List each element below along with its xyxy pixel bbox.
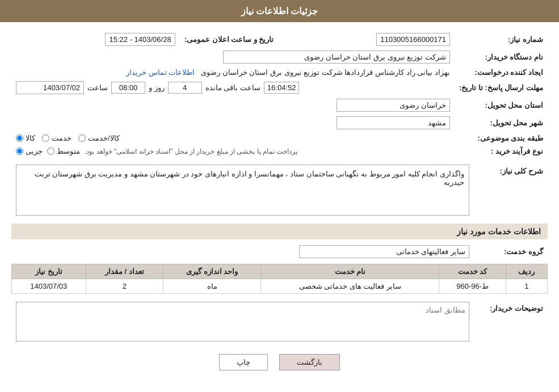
description-text: واگذاری انجام کلیه امور مربوط به نگهبانی… (35, 170, 464, 187)
col-service-name: نام خدمت (261, 264, 439, 279)
city-box: مشهد (337, 116, 450, 129)
need-number-label: شماره نیاز: (455, 31, 548, 48)
purchase-type-partial-option: جزیی (16, 147, 43, 155)
col-date: تاریخ نیاز (12, 264, 86, 279)
description-value-cell: واگذاری انجام کلیه امور مربوط به نگهبانی… (11, 162, 474, 218)
table-row: 1ط-96-960سایر فعالیت های خدماتی شخصیماه2… (12, 279, 548, 294)
service-group-table: گروه خدمت: سایر فعالیتهای خدماتی (11, 243, 548, 260)
category-label: طبقه بندی موضوعی: (455, 132, 548, 145)
print-button[interactable]: چاپ (219, 354, 268, 370)
service-group-label: گروه خدمت: (474, 243, 548, 260)
page-header: جزئیات اطلاعات نیاز (0, 0, 559, 22)
col-quantity: تعداد / مقدار (86, 264, 163, 279)
category-goods-radio[interactable] (16, 134, 23, 142)
province-box: خراسان رضوی (337, 99, 450, 112)
buyer-org-value: شرکت توزیع نیروی برق استان خراسان رضوی (11, 48, 455, 66)
col-unit: واحد اندازه گیری (163, 264, 261, 279)
deadline-remaining-label: ساعت باقی مانده (205, 83, 260, 92)
page-title: جزئیات اطلاعات نیاز (241, 6, 318, 16)
province-value: خراسان رضوی (11, 96, 455, 114)
purchase-type-medium-option: متوسط (47, 147, 80, 155)
service-group-value: سایر فعالیتهای خدماتی (11, 243, 474, 260)
deadline-days-box: 4 (168, 82, 202, 94)
purchase-type-medium-radio[interactable] (47, 147, 54, 155)
category-row: کالا/خدمت خدمت کالا (11, 132, 455, 145)
need-number-box: 1103005166000171 (376, 33, 450, 46)
back-button[interactable]: بازگشت (279, 354, 340, 370)
buyer-org-box: شرکت توزیع نیروی برق استان خراسان رضوی (223, 50, 450, 64)
province-label: استان محل تحویل: (455, 96, 548, 114)
description-box: واگذاری انجام کلیه امور مربوط به نگهبانی… (16, 165, 469, 216)
description-label: شرح کلی نیاز: (474, 162, 548, 218)
deadline-label: مهلت ارسال پاسخ: تا تاریخ: (455, 79, 548, 96)
service-group-box: سایر فعالیتهای خدماتی (299, 245, 469, 258)
category-service-option: خدمت (42, 134, 72, 142)
col-service-code: کد خدمت (439, 264, 506, 279)
category-goods-service-radio[interactable] (78, 134, 86, 142)
bottom-buttons: بازگشت چاپ (11, 354, 548, 370)
purchase-type-partial-radio[interactable] (16, 147, 23, 155)
deadline-date-box: 1403/07/02 (16, 81, 84, 94)
need-number-value: 1103005166000171 (278, 31, 454, 48)
city-label: شهر محل تحویل: (455, 114, 548, 132)
category-service-radio[interactable] (42, 134, 49, 142)
buyer-org-label: نام دستگاه خریدار: (455, 48, 548, 66)
deadline-time-label: ساعت (87, 83, 108, 92)
category-goods-option: کالا (16, 134, 35, 142)
requester-value: بهزاد بیانی راد کارشناس قراردادها شرکت ت… (11, 66, 455, 79)
announcement-datetime-label: تاریخ و ساعت اعلان عمومی: (180, 31, 279, 48)
requester-label: ایجاد کننده درخواست: (455, 66, 548, 79)
services-section-title: اطلاعات خدمات مورد نیاز (11, 224, 548, 239)
deadline-remaining-box: 16:04:52 (264, 82, 300, 94)
buyer-notes-table: توضیحات خریدار: (11, 300, 548, 345)
buyer-notes-label: توضیحات خریدار: (474, 300, 548, 345)
deadline-row: 16:04:52 ساعت باقی مانده 4 روز و 08:00 س… (11, 79, 455, 96)
purchase-type-label: نوع فرآیند خرید : (455, 145, 548, 158)
announcement-datetime-box: 1403/06/28 - 15:22 (105, 33, 175, 46)
services-table: ردیف کد خدمت نام خدمت واحد اندازه گیری ت… (11, 264, 548, 294)
purchase-type-note: پرداخت تمام یا بخشی از مبلغ خریدار از مح… (85, 147, 297, 155)
contact-link[interactable]: اطلاعات تماس خریدار (126, 68, 195, 77)
purchase-type-row: پرداخت تمام یا بخشی از مبلغ خریدار از مح… (11, 145, 455, 158)
announcement-datetime-value: 1403/06/28 - 15:22 (11, 31, 180, 48)
buyer-notes-textarea[interactable] (16, 302, 469, 342)
deadline-time-box: 08:00 (111, 82, 145, 94)
city-value: مشهد (11, 114, 455, 132)
deadline-days-label: روز و (149, 83, 165, 92)
description-table: شرح کلی نیاز: واگذاری انجام کلیه امور مر… (11, 162, 548, 218)
category-goods-service-option: کالا/خدمت (78, 134, 120, 142)
info-table: شماره نیاز: 1103005166000171 تاریخ و ساع… (11, 31, 548, 158)
col-row-num: ردیف (506, 264, 547, 279)
buyer-notes-cell (11, 300, 474, 345)
